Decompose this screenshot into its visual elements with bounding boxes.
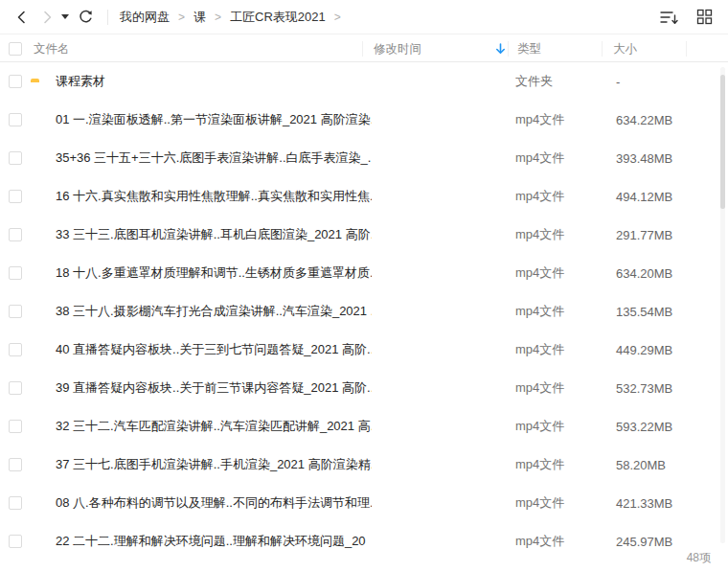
breadcrumb-item-folder[interactable]: 课	[193, 9, 206, 26]
file-type: mp4文件	[515, 418, 564, 435]
file-name[interactable]: 18 十八.多重遮罩材质理解和调节..生锈材质多重遮罩材质...	[56, 264, 372, 282]
file-name[interactable]: 08 八.各种布料的调节以及理解..不同的布料手法调节和理...	[56, 494, 372, 512]
file-name[interactable]: 22 二十二.理解和解决环境问题..理解和解决环境问题_20	[56, 533, 366, 548]
breadcrumb-item-root[interactable]: 我的网盘	[120, 9, 170, 26]
breadcrumb-item-current[interactable]: 工匠CR表现2021	[230, 9, 326, 26]
sort-direction-arrow-icon[interactable]	[495, 42, 506, 55]
breadcrumb-separator: >	[215, 11, 221, 24]
breadcrumb-separator: >	[178, 11, 185, 24]
row-checkbox[interactable]	[9, 343, 22, 356]
row-checkbox[interactable]	[9, 266, 22, 280]
file-type: 文件夹	[515, 73, 553, 90]
column-header-size[interactable]: 大小	[613, 40, 637, 57]
chevron-right-icon	[39, 10, 55, 25]
file-size: -	[616, 75, 620, 89]
file-row[interactable]: 35+36 三十五+三十六.底图手表渲染讲解..白底手表渲染_... mp4文件…	[0, 139, 728, 177]
toolbar: 我的网盘 > 课 > 工匠CR表现2021 >	[0, 0, 728, 34]
refresh-button[interactable]	[73, 5, 98, 30]
file-name[interactable]: 16 十六.真实焦散和实用性焦散理解..真实焦散和实用性焦...	[56, 188, 372, 205]
refresh-icon	[78, 9, 94, 25]
row-checkbox[interactable]	[9, 381, 22, 395]
history-caret-icon[interactable]	[61, 14, 69, 19]
row-checkbox[interactable]	[9, 190, 22, 203]
row-checkbox[interactable]	[9, 75, 22, 88]
row-checkbox[interactable]	[9, 305, 22, 318]
grid-view-button[interactable]	[694, 7, 715, 28]
chevron-left-icon	[14, 10, 30, 25]
row-checkbox[interactable]	[9, 496, 22, 510]
file-name[interactable]: 33 三十三.底图耳机渲染讲解..耳机白底图渲染_2021 高阶...	[56, 226, 372, 243]
file-name[interactable]: 40 直播答疑内容板块..关于三到七节问题答疑_2021 高阶...	[56, 341, 372, 358]
file-type: mp4文件	[515, 494, 564, 512]
column-header-type[interactable]: 类型	[517, 40, 541, 57]
file-type: mp4文件	[515, 379, 564, 397]
file-name[interactable]: 课程素材	[56, 73, 105, 90]
scrollbar-thumb[interactable]	[720, 75, 725, 209]
row-checkbox[interactable]	[9, 458, 22, 471]
file-row[interactable]: 22 二十二.理解和解决环境问题..理解和解决环境问题_20 mp4文件 245…	[0, 522, 728, 548]
file-list: 课程素材 文件夹 - 01 一.渲染面板透解..第一节渲染面板讲解_2021 高…	[0, 62, 728, 548]
file-type: mp4文件	[515, 264, 564, 282]
file-type: mp4文件	[515, 149, 564, 167]
file-type: mp4文件	[515, 456, 564, 473]
file-size: 449.29MB	[616, 343, 672, 357]
column-divider	[602, 41, 603, 57]
row-checkbox[interactable]	[9, 420, 22, 433]
row-checkbox[interactable]	[9, 113, 22, 126]
file-name[interactable]: 37 三十七.底图手机渲染讲解..手机渲染_2021 高阶渲染精...	[56, 456, 372, 473]
toolbar-divider	[107, 10, 108, 25]
file-size: 532.73MB	[616, 381, 672, 396]
file-size: 421.33MB	[616, 496, 672, 511]
forward-button[interactable]	[34, 5, 59, 30]
file-size: 494.12MB	[616, 190, 672, 204]
back-button[interactable]	[10, 5, 34, 30]
toolbar-right	[659, 7, 728, 28]
breadcrumb-separator: >	[334, 11, 341, 24]
row-checkbox[interactable]	[9, 228, 22, 241]
row-checkbox[interactable]	[9, 535, 22, 548]
file-name[interactable]: 35+36 三十五+三十六.底图手表渲染讲解..白底手表渲染_...	[56, 149, 372, 167]
row-checkbox[interactable]	[9, 151, 22, 165]
column-divider	[362, 41, 363, 57]
file-name[interactable]: 32 三十二.汽车匹配渲染讲解..汽车渲染匹配讲解_2021 高...	[56, 418, 372, 435]
file-type: mp4文件	[515, 111, 564, 128]
sort-order-button[interactable]	[659, 7, 680, 28]
grid-view-icon	[696, 9, 713, 25]
file-row[interactable]: 08 八.各种布料的调节以及理解..不同的布料手法调节和理... mp4文件 4…	[0, 484, 728, 522]
file-row[interactable]: 39 直播答疑内容板块..关于前三节课内容答疑_2021 高阶... mp4文件…	[0, 369, 728, 407]
file-row[interactable]: 40 直播答疑内容板块..关于三到七节问题答疑_2021 高阶... mp4文件…	[0, 331, 728, 369]
file-type: mp4文件	[515, 533, 564, 548]
file-size: 393.48MB	[616, 151, 672, 166]
breadcrumb: 我的网盘 > 课 > 工匠CR表现2021 >	[120, 9, 341, 26]
file-row[interactable]: 课程素材 文件夹 -	[0, 62, 728, 101]
file-type: mp4文件	[515, 303, 564, 320]
file-row[interactable]: 16 十六.真实焦散和实用性焦散理解..真实焦散和实用性焦... mp4文件 4…	[0, 177, 728, 216]
file-row[interactable]: 33 三十三.底图耳机渲染讲解..耳机白底图渲染_2021 高阶... mp4文…	[0, 216, 728, 254]
file-manager-window: 我的网盘 > 课 > 工匠CR表现2021 >	[0, 0, 728, 572]
sort-descending-icon	[660, 10, 679, 25]
column-header-modified[interactable]: 修改时间	[374, 40, 421, 57]
file-size: 634.20MB	[616, 266, 672, 281]
file-row[interactable]: 01 一.渲染面板透解..第一节渲染面板讲解_2021 高阶渲染... mp4文…	[0, 101, 728, 139]
file-size: 634.22MB	[616, 113, 672, 127]
file-name[interactable]: 01 一.渲染面板透解..第一节渲染面板讲解_2021 高阶渲染...	[56, 111, 372, 128]
file-type: mp4文件	[515, 226, 564, 243]
file-size: 245.97MB	[616, 535, 672, 549]
file-size: 58.20MB	[616, 458, 666, 472]
file-size: 291.77MB	[616, 228, 672, 242]
file-size: 593.22MB	[616, 420, 672, 434]
select-all-checkbox[interactable]	[9, 42, 22, 56]
file-row[interactable]: 18 十八.多重遮罩材质理解和调节..生锈材质多重遮罩材质... mp4文件 6…	[0, 254, 728, 292]
file-row[interactable]: 37 三十七.底图手机渲染讲解..手机渲染_2021 高阶渲染精... mp4文…	[0, 446, 728, 484]
file-type: mp4文件	[515, 341, 564, 358]
column-divider	[508, 41, 509, 57]
item-count: 48项	[687, 550, 711, 566]
status-bar: 48项	[0, 548, 728, 572]
file-type: mp4文件	[515, 188, 564, 205]
column-divider	[686, 41, 687, 57]
file-name[interactable]: 38 三十八.摄影棚汽车打光合成渲染讲解..汽车渲染_2021 ...	[56, 303, 372, 320]
file-row[interactable]: 32 三十二.汽车匹配渲染讲解..汽车渲染匹配讲解_2021 高... mp4文…	[0, 407, 728, 446]
column-header-name[interactable]: 文件名	[34, 40, 70, 57]
file-row[interactable]: 38 三十八.摄影棚汽车打光合成渲染讲解..汽车渲染_2021 ... mp4文…	[0, 292, 728, 331]
file-name[interactable]: 39 直播答疑内容板块..关于前三节课内容答疑_2021 高阶...	[56, 379, 372, 397]
